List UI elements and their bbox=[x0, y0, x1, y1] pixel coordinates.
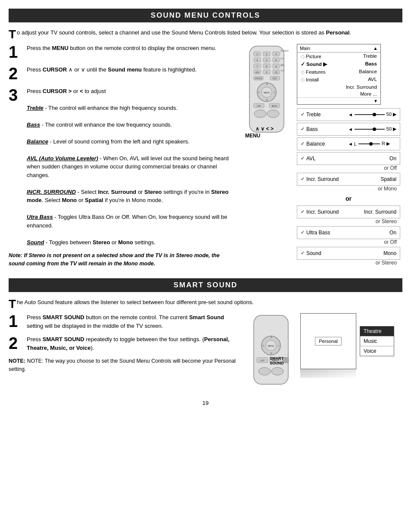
svg-text:>: > bbox=[278, 344, 280, 347]
theatre-menu: Theatre Music Voice bbox=[360, 326, 394, 356]
step-3-row: 3 Press CURSOR > or < to adjust Treble -… bbox=[9, 87, 232, 247]
ctrl-incr-surround2: ✓ Incr. Surround Incr. Surround bbox=[297, 205, 400, 218]
svg-text:CC: CC bbox=[274, 71, 278, 74]
menu-row-install: ◇ Install AVL bbox=[297, 76, 380, 84]
personal-box-wrap: Personal bbox=[300, 313, 356, 378]
smart-step-2-content: Press SMART SOUND repeatedly to toggle b… bbox=[27, 335, 239, 352]
smart-sound-btn-label: SMARTSOUND bbox=[270, 356, 284, 366]
svg-text:AOI: AOI bbox=[255, 71, 259, 74]
illustrations-row: 1 2 3 POWER 4 5 6 bbox=[239, 44, 402, 266]
menu-row-more: More ... bbox=[297, 90, 380, 97]
menu-value-more: More ... bbox=[360, 91, 377, 96]
ctrl-ultrabass-wrap: ✓ Ultra Bass On or Off bbox=[297, 226, 400, 245]
menu-prefix-features: ◇ Features bbox=[301, 69, 326, 75]
smart-area: 1 Press SMART SOUND button on the remote… bbox=[9, 313, 402, 392]
remote-illus: 1 2 3 POWER 4 5 6 bbox=[241, 44, 293, 139]
svg-text:POWER: POWER bbox=[280, 50, 289, 52]
onscreen-menu: Main ▲ ◇ Picture Treble ✓ Sound ▶ Bass bbox=[297, 44, 381, 105]
smart-steps: 1 Press SMART SOUND button on the remote… bbox=[9, 313, 239, 392]
smart-illus: MENU ∧ ∨ < > LIST SMART SMARTSOUND bbox=[247, 313, 402, 392]
ctrl-treble: ✓ Treble ◄ 50 ▶ bbox=[297, 108, 400, 121]
remote-svg: 1 2 3 POWER 4 5 6 bbox=[241, 44, 293, 134]
screen-shadow bbox=[300, 369, 356, 378]
ctrl-sound: ✓ Sound Mono bbox=[297, 247, 400, 260]
theatre-item-music: Music bbox=[360, 336, 394, 346]
smart-remote-wrap: MENU ∧ ∨ < > LIST SMART SMARTSOUND bbox=[247, 313, 297, 392]
section2-intro: T he Auto Sound feature allows the liste… bbox=[9, 298, 402, 307]
svg-point-60 bbox=[258, 367, 271, 375]
smart-step-2-num: 2 bbox=[9, 335, 22, 352]
menu-value-surround: Incr. Surround bbox=[346, 84, 377, 90]
illus-column: 1 2 3 POWER 4 5 6 bbox=[239, 44, 402, 268]
ctrl-avl-wrap: ✓ AVL On or Off bbox=[297, 152, 400, 171]
svg-text:STATUS: STATUS bbox=[255, 78, 262, 80]
menu-header: Main ▲ bbox=[297, 44, 380, 53]
personal-box: Personal bbox=[300, 313, 356, 369]
sound-controls: ✓ Treble ◄ 50 ▶ ✓ Bass bbox=[297, 108, 400, 266]
menu-value-treble: Treble bbox=[363, 53, 377, 59]
menu-header-left: Main bbox=[300, 46, 310, 51]
svg-text:∨: ∨ bbox=[270, 352, 272, 355]
menu-label: MENU bbox=[241, 133, 293, 139]
ctrl-incr-or: or Mono bbox=[297, 186, 400, 192]
svg-text:>: > bbox=[274, 91, 275, 94]
smart-remote-svg: MENU ∧ ∨ < > LIST SMART bbox=[247, 313, 297, 391]
step-1-row: 1 Press the MENU button on the remote co… bbox=[9, 44, 232, 60]
section2-intro-body: he Auto Sound feature allows the listene… bbox=[17, 299, 254, 305]
section2-big-t: T bbox=[9, 298, 16, 310]
svg-text:∧: ∧ bbox=[265, 82, 268, 85]
svg-text:<: < bbox=[262, 344, 264, 347]
personal-label: Personal bbox=[315, 337, 341, 345]
cursor-menu-label: ∧ ∨ < > bbox=[255, 126, 274, 132]
menu-value-bass: Bass bbox=[365, 61, 377, 67]
svg-point-46 bbox=[267, 110, 279, 118]
smart-step-1-content: Press SMART SOUND button on the remote c… bbox=[27, 313, 239, 330]
menu-value-balance: Balance bbox=[359, 69, 377, 75]
smart-note: NOTE: NOTE: The way you choose to set th… bbox=[9, 357, 239, 373]
section2: SMART SOUND T he Auto Sound feature allo… bbox=[9, 278, 402, 392]
svg-text:MUTE: MUTE bbox=[272, 105, 277, 107]
svg-text:∨: ∨ bbox=[265, 98, 268, 101]
step3-note: Note: If Stereo is not present on a sele… bbox=[9, 252, 232, 268]
smart-step-2: 2 Press SMART SOUND repeatedly to toggle… bbox=[9, 335, 239, 352]
step-2-row: 2 Press CURSOR ∧ or ∨ until the Sound me… bbox=[9, 65, 232, 82]
svg-text:VOL+: VOL+ bbox=[280, 65, 286, 67]
section1-intro: T o adjust your TV sound controls, selec… bbox=[9, 28, 402, 37]
ctrl-ultrabass: ✓ Ultra Bass On bbox=[297, 226, 400, 239]
svg-text:MENU: MENU bbox=[264, 91, 270, 94]
section1: SOUND MENU CONTROLS T o adjust your TV s… bbox=[9, 9, 402, 268]
cursor-label: ∧ ∨ < > bbox=[255, 126, 274, 132]
step-1-content: Press the MENU button on the remote cont… bbox=[27, 44, 216, 53]
right-panel: Main ▲ ◇ Picture Treble ✓ Sound ▶ Bass bbox=[297, 44, 400, 266]
menu-row-picture: ◇ Picture Treble bbox=[297, 53, 380, 60]
step-3-num: 3 bbox=[9, 87, 22, 103]
svg-text:∧: ∧ bbox=[270, 336, 272, 339]
section2-title: SMART SOUND bbox=[9, 278, 402, 292]
svg-text:<: < bbox=[258, 91, 260, 94]
svg-text:LIST: LIST bbox=[260, 359, 265, 362]
svg-text:EXIT: EXIT bbox=[273, 78, 277, 80]
svg-text:LIST: LIST bbox=[257, 105, 261, 107]
or-divider: or bbox=[297, 195, 400, 202]
theatre-item-theatre: Theatre bbox=[360, 327, 394, 336]
theatre-menu-wrap: Theatre Music Voice bbox=[360, 317, 394, 356]
step-3-content: Press CURSOR > or < to adjust Treble - T… bbox=[27, 87, 232, 247]
section1-title: SOUND MENU CONTROLS bbox=[9, 9, 402, 22]
intro-body: o adjust your TV sound controls, select … bbox=[17, 29, 324, 36]
ctrl-ultrabass-or: or Off bbox=[297, 239, 400, 245]
steps-column: 1 Press the MENU button on the remote co… bbox=[9, 44, 232, 268]
ctrl-avl-or: or Off bbox=[297, 165, 400, 171]
menu-row-surround: Incr. Surround bbox=[297, 84, 380, 90]
theatre-item-voice: Voice bbox=[360, 346, 394, 356]
ctrl-sound-wrap: ✓ Sound Mono or Stereo bbox=[297, 247, 400, 266]
step-1-num: 1 bbox=[9, 44, 22, 60]
menu-prefix-sound: ✓ Sound ▶ bbox=[301, 61, 327, 67]
svg-text:CH+: CH+ bbox=[280, 58, 284, 60]
svg-point-61 bbox=[271, 367, 283, 375]
menu-header-right: ▲ bbox=[373, 46, 378, 51]
svg-point-45 bbox=[254, 110, 266, 118]
menu-row-sound: ✓ Sound ▶ Bass bbox=[297, 60, 380, 68]
menu-prefix-install: ◇ Install bbox=[301, 77, 319, 83]
ctrl-incr-surround-wrap: ✓ Incr. Surround Spatial or Mono bbox=[297, 173, 400, 192]
ctrl-avl: ✓ AVL On bbox=[297, 152, 400, 165]
